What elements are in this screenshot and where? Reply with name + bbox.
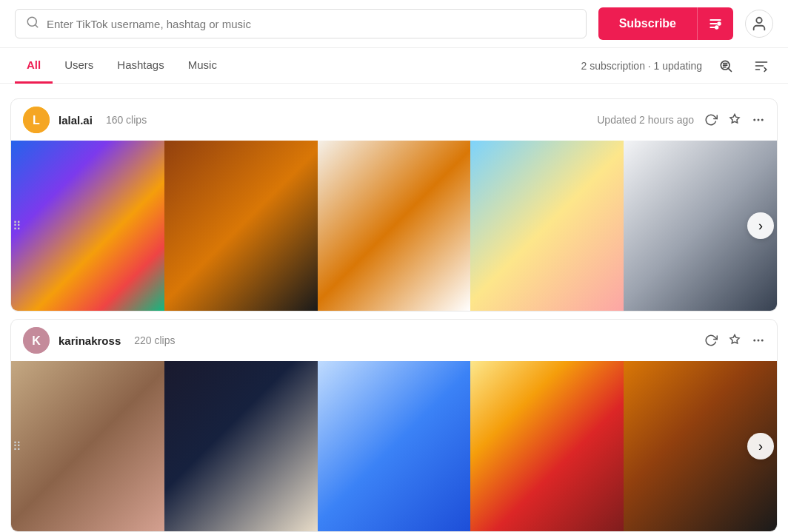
- tab-all[interactable]: All: [15, 48, 53, 84]
- refresh-lalal-button[interactable]: [704, 113, 718, 127]
- subscription-karinakross: K karinakross 220 clips: [10, 319, 778, 532]
- karina-image-2[interactable]: [164, 361, 318, 531]
- subscription-status: 2 subscription · 1 updating: [581, 60, 702, 72]
- svg-point-25: [761, 340, 764, 342]
- subscription-lalal-meta: Updated 2 hours ago: [597, 113, 765, 127]
- lalal-image-2[interactable]: [164, 141, 318, 311]
- svg-text:K: K: [32, 334, 41, 347]
- karina-image-grid: ⠿ ›: [11, 361, 777, 531]
- search-subscriptions-button[interactable]: [714, 54, 738, 78]
- svg-line-9: [728, 68, 731, 71]
- sort-button[interactable]: [749, 54, 773, 78]
- lalal-image-grid: ⠿ ›: [11, 141, 777, 311]
- subscription-lalal: L lalal.ai 160 clips Updated 2 hours ago: [10, 98, 778, 312]
- svg-point-4: [718, 22, 720, 24]
- subscription-karina-meta: [704, 334, 765, 347]
- subscription-karina-header: K karinakross 220 clips: [11, 320, 777, 361]
- tab-hashtags[interactable]: Hashtags: [105, 48, 176, 84]
- nav-right-controls: 2 subscription · 1 updating: [581, 54, 773, 78]
- more-lalal-button[interactable]: [752, 113, 765, 127]
- svg-point-18: [753, 119, 755, 121]
- lalal-image-3[interactable]: [318, 141, 471, 311]
- karina-image-1[interactable]: [11, 361, 164, 531]
- lalal-next-arrow[interactable]: ›: [747, 212, 774, 239]
- svg-point-7: [756, 18, 761, 23]
- svg-point-19: [758, 119, 760, 121]
- refresh-karina-button[interactable]: [704, 334, 718, 347]
- avatar-lalal: L: [23, 107, 50, 133]
- svg-point-24: [758, 340, 760, 342]
- app-header: Subscribe: [0, 0, 788, 48]
- more-karina-button[interactable]: [752, 334, 765, 347]
- search-input[interactable]: [47, 18, 575, 30]
- content-area: L lalal.ai 160 clips Updated 2 hours ago: [0, 84, 788, 532]
- subscribe-group: Subscribe: [598, 7, 733, 40]
- nav-tabs: All Users Hashtags Music 2 subscription …: [0, 48, 788, 84]
- svg-text:L: L: [33, 114, 40, 127]
- subscription-lalal-updated: Updated 2 hours ago: [597, 114, 694, 126]
- lalal-image-4[interactable]: [470, 141, 624, 311]
- lalal-image-1[interactable]: [11, 141, 164, 311]
- pin-lalal-button[interactable]: [728, 113, 741, 127]
- subscription-lalal-header: L lalal.ai 160 clips Updated 2 hours ago: [11, 99, 777, 141]
- karina-next-arrow[interactable]: ›: [747, 433, 774, 459]
- lalal-drag-handle[interactable]: ⠿: [13, 219, 21, 233]
- karina-image-4[interactable]: [470, 361, 624, 531]
- karina-drag-handle[interactable]: ⠿: [13, 440, 21, 454]
- svg-line-1: [35, 24, 37, 27]
- tab-users[interactable]: Users: [53, 48, 105, 84]
- user-account-icon[interactable]: [745, 10, 773, 38]
- subscribe-button[interactable]: Subscribe: [598, 7, 697, 40]
- subscription-karina-clips: 220 clips: [134, 334, 175, 346]
- pin-karina-button[interactable]: [728, 334, 741, 347]
- karina-image-3[interactable]: [318, 361, 471, 531]
- svg-point-6: [715, 26, 718, 28]
- subscription-lalal-clips: 160 clips: [106, 114, 147, 126]
- search-icon: [26, 16, 39, 32]
- svg-point-20: [761, 119, 764, 121]
- svg-point-23: [753, 340, 755, 342]
- subscription-karina-name: karinakross: [59, 334, 121, 347]
- subscription-lalal-name: lalal.ai: [59, 114, 93, 127]
- avatar-karinakross: K: [23, 327, 50, 354]
- filter-button[interactable]: [697, 7, 733, 40]
- tab-music[interactable]: Music: [176, 48, 229, 84]
- search-bar: [15, 9, 587, 38]
